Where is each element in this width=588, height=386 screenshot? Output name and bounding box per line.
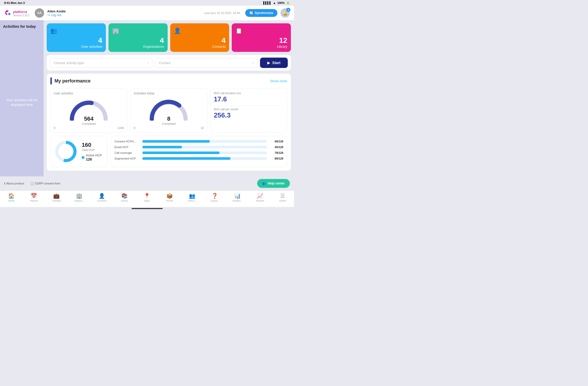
nav-contacts-label: Contacts: [97, 199, 106, 202]
sync-button[interactable]: 🔄 Synchronize: [245, 9, 277, 17]
avatar: AA: [35, 8, 44, 18]
logout-button[interactable]: ↪ Log out: [47, 13, 66, 17]
home-bar: [132, 208, 163, 209]
nav-organizations[interactable]: 🏢 Organiz...: [68, 192, 90, 203]
nav-reports[interactable]: 📈 Reports: [249, 192, 271, 203]
nav-orders[interactable]: ☰ Orders: [271, 192, 294, 203]
bar-name-1: Consent HCPd...: [114, 140, 140, 143]
avg-duration-label: AVG call duration (m): [214, 92, 284, 95]
sidebar-title: Activities for today: [3, 24, 40, 29]
status-bar: 9:41 Mon Jun 3 ▌▌▌▌ ▲ 100% 🔋: [0, 0, 294, 6]
nav-dashboard[interactable]: 📊 Dashbo...: [226, 192, 249, 203]
bar-fill-3: [142, 151, 220, 154]
donut-card: 160 Total HCP Active HCP 126: [50, 136, 107, 167]
footer-links: ℹ About product 📋 GDRP consent form 👥 He…: [0, 176, 294, 190]
nav-organizations-label: Organiz...: [74, 199, 84, 202]
start-button[interactable]: ▶ Start: [260, 58, 288, 68]
about-product-link[interactable]: ℹ About product: [4, 182, 24, 185]
user-activities-card[interactable]: 👥 4 User activities: [47, 23, 106, 52]
activity-type-select[interactable]: Choose activity type ›: [50, 58, 152, 68]
home-icon: 🏠: [8, 193, 15, 199]
performance-section: My performance Show more User activities: [47, 74, 291, 171]
nav-questions-label: Questi...: [210, 199, 219, 202]
bar-row-1: Consent HCPd... 68/126: [114, 140, 283, 143]
status-right: ▌▌▌▌ ▲ 100% 🔋: [263, 1, 290, 5]
notification-badge: 3: [286, 8, 290, 12]
gdpr-icon: 📋: [30, 182, 34, 185]
gauge-range-1: 0 1169: [54, 126, 124, 129]
reports-icon: 📈: [257, 193, 263, 199]
gauge-max-2: 12: [201, 126, 204, 129]
bar-track-3: [142, 151, 267, 154]
nav-planner[interactable]: 📅 Planner: [23, 192, 45, 203]
contacts-icon: 👤: [174, 27, 181, 34]
contact-placeholder: Contact: [159, 61, 170, 65]
dashboard-icon: 📊: [234, 193, 241, 199]
library-nav-icon: 📚: [121, 193, 128, 199]
avg-call-duration: AVG call duration (m) 17.6: [214, 92, 284, 106]
charts-row: User activities 564 Completed: [50, 88, 287, 133]
donut-svg: [54, 140, 78, 163]
nav-contacts[interactable]: 👤 Contacts: [91, 192, 113, 203]
info-icon: ℹ: [4, 182, 5, 185]
maps-icon: 📍: [144, 193, 150, 199]
questions-icon: ❓: [211, 193, 218, 199]
nav-library[interactable]: 📚 Library: [113, 192, 136, 203]
organizations-icon: 🏢: [112, 27, 119, 34]
user-info: Allen Andie ↪ Log out: [47, 9, 66, 17]
nav-posm[interactable]: 📦 POSM: [158, 192, 181, 203]
gauge-label-1: User activities: [54, 92, 124, 95]
nav-questions[interactable]: ❓ Questi...: [203, 192, 226, 203]
organizations-label: Organizations: [143, 45, 164, 49]
notification-button[interactable]: 🔔 3: [281, 8, 290, 18]
nav-maps[interactable]: 📍 Maps: [136, 192, 158, 203]
activities-icon: 💼: [53, 193, 60, 199]
main-content: 👥 4 User activities 🏢 4 Organizations 👤 …: [44, 20, 294, 176]
contacts-card[interactable]: 👤 4 Contacts: [170, 23, 229, 52]
nav-activities-label: Activities: [52, 199, 61, 202]
play-icon: ▶: [267, 61, 270, 65]
activities-today-gauge: Activities today 8 Completed: [130, 88, 207, 133]
bar-name-2: Email HCP: [114, 146, 140, 149]
active-hcp-label: Active HCP: [86, 154, 102, 157]
show-more-button[interactable]: Show more: [270, 79, 287, 83]
help-center-button[interactable]: 👥 Help center: [257, 179, 290, 188]
contact-select[interactable]: Contact ›: [155, 58, 257, 68]
sync-icon: 🔄: [249, 11, 253, 15]
bottom-nav: 🏠 Home 📅 Planner 💼 Activities 🏢 Organiz.…: [0, 190, 294, 207]
user-activities-gauge: User activities 564 Completed: [50, 88, 127, 133]
activity-type-placeholder: Choose activity type: [54, 61, 84, 65]
app-name: platforce: [13, 10, 27, 14]
sidebar: Activities for today Your activities wil…: [0, 20, 44, 176]
perf-title-row: My performance: [50, 77, 91, 85]
performance-header: My performance Show more: [50, 77, 287, 85]
nav-home[interactable]: 🏠 Home: [0, 192, 23, 203]
nav-visits[interactable]: 👥 Visits t...: [181, 192, 203, 203]
logo-area: platforce Version 3.33.2: [4, 9, 30, 17]
user-activities-label: User activities: [81, 45, 102, 49]
bar-val-4: 89/126: [269, 157, 283, 160]
library-card[interactable]: 📋 12 Library: [232, 23, 291, 52]
donut-legend: Active HCP 126: [82, 154, 102, 161]
activity-bar: Choose activity type › Contact › ▶ Start: [47, 55, 291, 71]
bar-track-2: [142, 146, 267, 148]
posm-icon: 📦: [166, 193, 173, 199]
contacts-label: Contacts: [212, 45, 225, 49]
organizations-card[interactable]: 🏢 4 Organizations: [108, 23, 168, 52]
performance-title: My performance: [54, 78, 91, 84]
chevron-right-icon: ›: [147, 61, 148, 65]
avg-call-per-month: AVG call per month 256.3: [214, 108, 284, 119]
donut-total: 160: [82, 142, 102, 148]
nav-activities[interactable]: 💼 Activities: [45, 192, 68, 203]
help-icon: 👥: [262, 182, 266, 185]
gdpr-link[interactable]: 📋 GDRP consent form: [30, 182, 60, 185]
nav-orders-label: Orders: [279, 199, 286, 202]
bar-row-2: Email HCP 40/126: [114, 146, 283, 149]
gauge-value-1: 564: [82, 115, 96, 122]
gauge-range-2: 0 12: [134, 126, 204, 129]
gauge-sub-2: Completed: [162, 122, 176, 125]
avg-duration-value: 17.6: [214, 95, 284, 103]
nav-planner-label: Planner: [30, 199, 38, 202]
gauge-container-2: 8 Completed 0 12: [134, 97, 204, 129]
visits-icon: 👥: [189, 193, 195, 199]
